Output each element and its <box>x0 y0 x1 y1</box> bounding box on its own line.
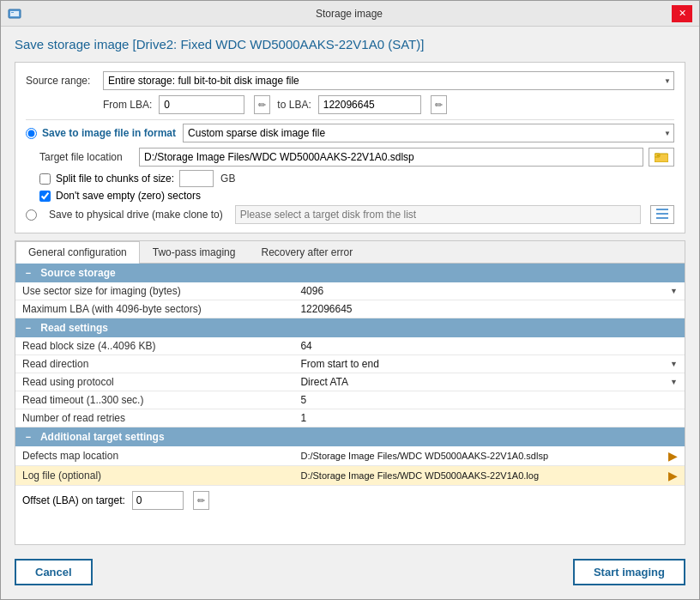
read-protocol-dropdown-arrow[interactable]: ▼ <box>670 378 678 386</box>
tab-content: − Source storage Use sector size for ima… <box>15 264 685 544</box>
physical-drive-input[interactable] <box>235 205 641 224</box>
dont-save-label: Don't save empty (zero) sectors <box>56 190 201 202</box>
source-range-row: Source range: Entire storage: full bit-t… <box>26 71 674 90</box>
source-storage-label: Source storage <box>40 267 115 279</box>
sector-size-dropdown-arrow[interactable]: ▼ <box>670 287 678 295</box>
source-storage-minus[interactable]: − <box>22 267 34 279</box>
sector-size-value: 4096 ▼ <box>293 282 685 300</box>
additional-settings-minus[interactable]: − <box>22 431 34 443</box>
physical-drive-label: Save to physical drive (make clone to) <box>49 209 223 221</box>
target-path-input[interactable] <box>139 148 643 167</box>
offset-label: Offset (LBA) on target: <box>22 494 125 506</box>
read-retries-label: Number of read retries <box>15 409 293 427</box>
main-window: Storage image ✕ Save storage image [Driv… <box>0 0 700 600</box>
svg-rect-8 <box>656 217 668 219</box>
tabs-header: General configuration Two-pass imaging R… <box>15 241 685 264</box>
defects-map-value: D:/Storage Image Files/WDC WD5000AAKS-22… <box>293 446 685 466</box>
table-row: Read direction From start to end ▼ <box>15 355 685 373</box>
sector-size-label: Use sector size for imaging (bytes) <box>15 282 293 300</box>
read-direction-value: From start to end ▼ <box>293 355 685 373</box>
read-settings-header: − Read settings <box>15 318 685 338</box>
source-range-label: Source range: <box>26 75 103 87</box>
read-settings-minus[interactable]: − <box>22 322 34 334</box>
save-image-radio[interactable] <box>26 128 37 139</box>
from-lba-input[interactable] <box>159 95 244 114</box>
split-label: Split file to chunks of size: <box>56 173 174 185</box>
defects-map-arrow[interactable]: ▶ <box>668 449 678 463</box>
table-row: Number of read retries 1 <box>15 409 685 427</box>
max-lba-label: Maximum LBA (with 4096-byte sectors) <box>15 300 293 318</box>
log-file-label: Log file (optional) <box>15 466 293 486</box>
read-protocol-value: Direct ATA ▼ <box>293 373 685 391</box>
table-row: Maximum LBA (with 4096-byte sectors) 122… <box>15 300 685 318</box>
source-storage-header: − Source storage <box>15 264 685 282</box>
close-button[interactable]: ✕ <box>672 5 692 22</box>
split-checkbox-row: Split file to chunks of size: GB <box>39 170 674 187</box>
window-content: Save storage image [Drive2: Fixed WDC WD… <box>1 27 699 599</box>
to-lba-input[interactable] <box>318 95 421 114</box>
read-direction-label: Read direction <box>15 355 293 373</box>
svg-rect-6 <box>656 209 668 210</box>
tab-two-pass-imaging[interactable]: Two-pass imaging <box>140 241 249 263</box>
split-checkbox[interactable] <box>39 173 51 185</box>
page-title: Save storage image [Drive2: Fixed WDC WD… <box>15 37 685 52</box>
physical-drive-radio[interactable] <box>26 209 37 221</box>
title-bar-title: Storage image <box>27 8 672 20</box>
format-select[interactable]: Custom sparse disk image file <box>183 124 674 142</box>
max-lba-value: 122096645 <box>293 300 685 318</box>
offset-edit-button[interactable]: ✏ <box>193 491 209 510</box>
table-row: Read timeout (1..300 sec.) 5 <box>15 391 685 409</box>
additional-settings-header: − Additional target settings <box>15 427 685 447</box>
read-timeout-value: 5 <box>293 391 685 409</box>
additional-settings-label: Additional target settings <box>40 431 165 443</box>
offset-row: Offset (LBA) on target: ✏ <box>15 486 685 515</box>
table-row: Use sector size for imaging (bytes) 4096… <box>15 282 685 300</box>
read-retries-value: 1 <box>293 409 685 427</box>
cancel-button[interactable]: Cancel <box>15 559 93 585</box>
start-imaging-button[interactable]: Start imaging <box>573 559 685 585</box>
gb-label: GB <box>220 173 235 185</box>
table-row: Log file (optional) D:/Storage Image Fil… <box>15 466 685 486</box>
read-protocol-label: Read using protocol <box>15 373 293 391</box>
dont-save-row: Don't save empty (zero) sectors <box>39 190 674 202</box>
target-location-label: Target file location <box>39 151 134 163</box>
source-range-select[interactable]: Entire storage: full bit-to-bit disk ima… <box>103 71 674 90</box>
lba-row: From LBA: ✏ to LBA: ✏ <box>103 95 674 114</box>
top-form-group: Source range: Entire storage: full bit-t… <box>15 62 685 233</box>
svg-rect-1 <box>10 11 19 16</box>
defects-map-label: Defects map location <box>15 446 293 466</box>
title-bar: Storage image ✕ <box>1 1 699 27</box>
tab-recovery-after-error[interactable]: Recovery after error <box>248 241 365 263</box>
from-lba-label: From LBA: <box>103 99 152 111</box>
app-icon <box>8 7 21 21</box>
physical-drive-row: Save to physical drive (make clone to) <box>26 205 674 224</box>
svg-rect-2 <box>11 12 14 13</box>
save-image-row: Save to image file in format Custom spar… <box>26 124 674 142</box>
physical-drive-list-button[interactable] <box>650 205 674 224</box>
source-range-select-wrapper: Entire storage: full bit-to-bit disk ima… <box>103 71 674 90</box>
format-select-wrapper: Custom sparse disk image file <box>183 124 674 142</box>
read-block-size-value: 64 <box>293 337 685 355</box>
tabs-container: General configuration Two-pass imaging R… <box>15 240 685 545</box>
dont-save-checkbox[interactable] <box>39 191 51 202</box>
read-settings-label: Read settings <box>40 322 108 334</box>
log-file-value: D:/Storage Image Files/WDC WD5000AAKS-22… <box>293 466 685 486</box>
table-row: Defects map location D:/Storage Image Fi… <box>15 446 685 466</box>
read-block-size-label: Read block size (4..4096 KB) <box>15 337 293 355</box>
read-timeout-label: Read timeout (1..300 sec.) <box>15 391 293 409</box>
footer-buttons: Cancel Start imaging <box>15 552 685 589</box>
svg-rect-7 <box>656 213 668 215</box>
read-direction-dropdown-arrow[interactable]: ▼ <box>670 360 678 368</box>
tab-general-configuration[interactable]: General configuration <box>15 241 140 264</box>
table-row: Read using protocol Direct ATA ▼ <box>15 373 685 391</box>
browse-button[interactable] <box>649 148 674 167</box>
offset-input[interactable] <box>132 491 184 510</box>
log-file-arrow[interactable]: ▶ <box>668 469 678 482</box>
save-image-radio-label: Save to image file in format <box>42 127 176 139</box>
table-row: Read block size (4..4096 KB) 64 <box>15 337 685 355</box>
target-location-row: Target file location <box>39 148 674 167</box>
chunk-size-input[interactable] <box>179 170 214 187</box>
to-lba-edit-button[interactable]: ✏ <box>431 95 447 114</box>
to-lba-label: to LBA: <box>277 99 311 111</box>
from-lba-edit-button[interactable]: ✏ <box>254 95 270 114</box>
